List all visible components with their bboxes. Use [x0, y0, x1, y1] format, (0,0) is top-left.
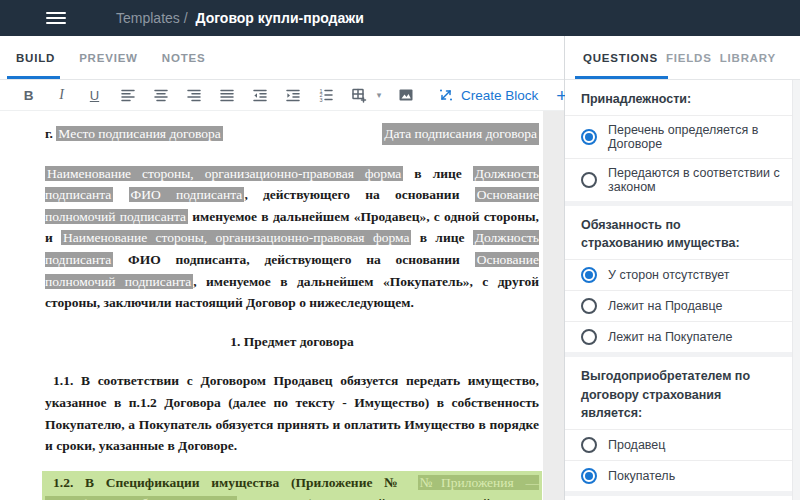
- city-date-row: г. Место подписания договораДата подписа…: [45, 123, 539, 145]
- answer-option[interactable]: Покупатель: [565, 460, 800, 491]
- insert-table-icon[interactable]: [344, 83, 373, 107]
- answer-label: Покупатель: [608, 469, 675, 483]
- answer-label: Перечень определяется в Договоре: [608, 123, 784, 151]
- tab-library[interactable]: LIBRARY: [720, 36, 776, 79]
- answer-label: Лежит на Продавце: [608, 299, 722, 313]
- questions-pane: QUESTIONS FIELDS LIBRARY Принадлежности:…: [565, 36, 800, 500]
- align-center-icon[interactable]: [146, 83, 175, 107]
- create-block-label: Create Block: [461, 88, 538, 103]
- panel-scrollbar[interactable]: [792, 80, 800, 500]
- field-token[interactable]: Дата подписания договора: [382, 123, 539, 145]
- answer-option[interactable]: Лежит на Продавце: [565, 290, 800, 321]
- formatting-toolbar: BIU123▾ Create Block + Create Field: [0, 80, 564, 111]
- editor-pane: BUILD PREVIEW NOTES BIU123▾ Create Block…: [0, 36, 565, 500]
- radio-unselected-icon[interactable]: [581, 437, 597, 453]
- question-group: Принадлежности:Перечень определяется в Д…: [565, 80, 800, 206]
- indent-increase-icon[interactable]: [278, 83, 307, 107]
- panel-tabs: QUESTIONS FIELDS LIBRARY: [565, 36, 800, 80]
- align-justify-icon[interactable]: [212, 83, 241, 107]
- field-token[interactable]: ФИО подписанта: [129, 187, 245, 202]
- field-token[interactable]: Место подписания договора: [56, 126, 222, 141]
- breadcrumb-templates-link[interactable]: Templates /: [116, 10, 188, 26]
- create-block-icon: [438, 87, 454, 103]
- tab-preview[interactable]: PREVIEW: [79, 36, 138, 79]
- document-paragraph: Наименование стороны, организационно-пра…: [45, 163, 539, 314]
- document-paragraph: 1.1. В соответствии с Договором Продавец…: [45, 370, 539, 456]
- table-caret-down-icon[interactable]: ▾: [371, 83, 387, 107]
- ordered-list-icon[interactable]: 123: [311, 83, 340, 107]
- tab-questions[interactable]: QUESTIONS: [583, 36, 658, 79]
- answer-option[interactable]: Передаются в соответствии с законом: [565, 158, 800, 201]
- answer-option[interactable]: Перечень определяется в Договоре: [565, 115, 800, 158]
- document-paragraph: 1.2. В Спецификации имущества (Приложени…: [42, 471, 542, 500]
- question-groups: Принадлежности:Перечень определяется в Д…: [565, 80, 800, 500]
- answer-label: У сторон отсутствует: [608, 268, 730, 282]
- question-title: Условия оплаты:: [565, 496, 800, 500]
- city-prefix: г. Место подписания договора: [45, 123, 223, 145]
- radio-selected-icon[interactable]: [581, 129, 597, 145]
- underline-icon[interactable]: U: [80, 83, 109, 107]
- answer-label: Продавец: [608, 438, 665, 452]
- radio-selected-icon[interactable]: [581, 267, 597, 283]
- radio-selected-icon[interactable]: [581, 468, 597, 484]
- question-title: Обязанность по страхованию имущества:: [565, 206, 800, 259]
- field-token[interactable]: №Приложения — Спецификация объекта догов…: [45, 475, 539, 500]
- align-left-icon[interactable]: [113, 83, 142, 107]
- breadcrumb: Templates / Договор купли-продажи: [116, 10, 364, 26]
- answer-option[interactable]: У сторон отсутствует: [565, 259, 800, 290]
- editor-tabs: BUILD PREVIEW NOTES: [0, 36, 564, 80]
- answer-label: Передаются в соответствии с законом: [608, 166, 784, 194]
- question-title: Выгодоприобретателем по договору страхов…: [565, 357, 800, 428]
- question-group: Обязанность по страхованию имущества:У с…: [565, 206, 800, 357]
- indent-decrease-icon[interactable]: [245, 83, 274, 107]
- question-group: Выгодоприобретателем по договору страхов…: [565, 357, 800, 495]
- image-icon[interactable]: [391, 83, 420, 107]
- answer-option[interactable]: Продавец: [565, 429, 800, 460]
- top-bar: Templates / Договор купли-продажи: [0, 0, 800, 36]
- field-token[interactable]: Наименование стороны, организационно-пра…: [45, 166, 403, 181]
- field-token[interactable]: Основание полномочий подписанта: [45, 187, 539, 224]
- italic-icon[interactable]: I: [47, 83, 76, 107]
- create-block-button[interactable]: Create Block: [438, 87, 538, 103]
- svg-text:3: 3: [319, 97, 322, 103]
- document-scrollbar[interactable]: [543, 111, 564, 500]
- radio-unselected-icon[interactable]: [581, 172, 597, 188]
- document-page[interactable]: г. Место подписания договораДата подписа…: [0, 111, 543, 500]
- section-heading: 1. Предмет договора: [45, 331, 539, 353]
- answer-option[interactable]: Лежит на Покупателе: [565, 321, 800, 352]
- document-area: г. Место подписания договораДата подписа…: [0, 111, 564, 500]
- answer-label: Лежит на Покупателе: [608, 330, 733, 344]
- question-title: Принадлежности:: [565, 80, 800, 115]
- radio-unselected-icon[interactable]: [581, 298, 597, 314]
- radio-unselected-icon[interactable]: [581, 329, 597, 345]
- tab-fields[interactable]: FIELDS: [666, 36, 712, 79]
- page-title: Договор купли-продажи: [195, 10, 363, 26]
- field-token[interactable]: Основание полномочий подписанта: [45, 252, 539, 289]
- menu-icon[interactable]: [46, 9, 66, 27]
- main-area: BUILD PREVIEW NOTES BIU123▾ Create Block…: [0, 36, 800, 500]
- bold-icon[interactable]: B: [14, 83, 43, 107]
- tab-build[interactable]: BUILD: [16, 36, 55, 79]
- toolbar-icons: BIU123▾: [14, 83, 420, 107]
- tab-notes[interactable]: NOTES: [162, 36, 206, 79]
- question-group: Условия оплаты:По фактуПредварительная о…: [565, 496, 800, 500]
- align-right-icon[interactable]: [179, 83, 208, 107]
- field-token[interactable]: Наименование стороны, организационно-пра…: [61, 230, 411, 245]
